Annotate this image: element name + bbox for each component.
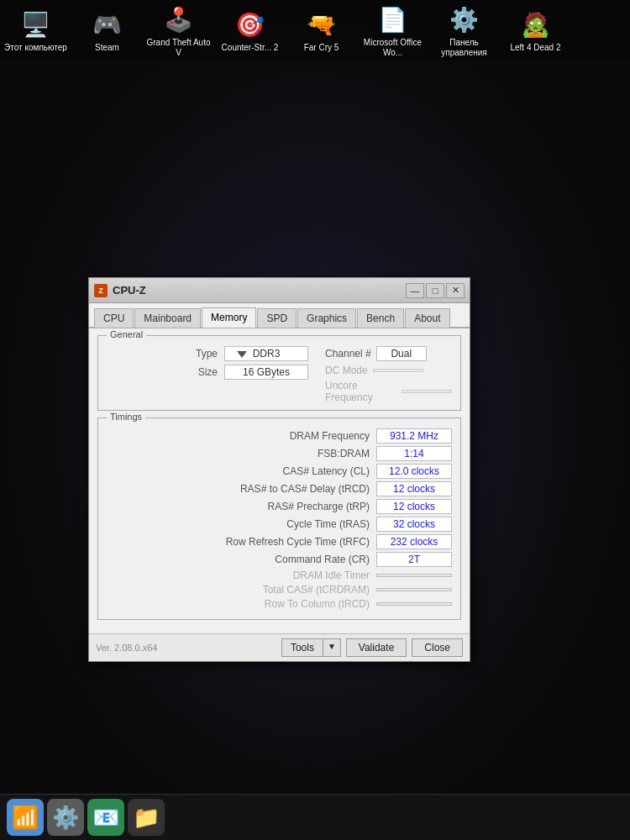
icon-this-computer[interactable]: 🖥️ Этот компьютер	[0, 4, 71, 56]
fsb-dram-value: 1:14	[376, 446, 452, 461]
icon-label-gta5: Grand Theft Auto V	[144, 38, 213, 58]
close-button[interactable]: ✕	[446, 283, 465, 298]
trp-value: 12 clocks	[376, 499, 452, 514]
trcd2-row: Row To Column (tRCD)	[107, 598, 452, 610]
desktop: 🖥️ Этот компьютер 🎮 Steam 🕹️ Grand Theft…	[0, 0, 630, 840]
window-bottom: Ver. 2.08.0.x64 Tools ▼ Validate Close	[89, 633, 470, 661]
computer-icon: 🖥️	[19, 8, 53, 41]
uncore-value	[402, 390, 452, 393]
icon-label-control-panel: Панель управления	[430, 38, 498, 58]
timings-label: Timings	[107, 412, 145, 422]
tab-cpu[interactable]: CPU	[94, 308, 134, 328]
bottom-icon-folder[interactable]: 📁	[128, 799, 165, 836]
window-content: General Type DDR3 Size 16 GBytes	[89, 328, 470, 633]
tab-graphics[interactable]: Graphics	[297, 308, 356, 328]
bottom-icon-mail[interactable]: 📧	[87, 799, 124, 836]
l4d2-icon: 🧟	[519, 8, 553, 41]
icon-farcry5[interactable]: 🔫 Far Cry 5	[286, 4, 357, 56]
icon-label-office: Microsoft Office Wo...	[359, 38, 427, 58]
fsb-dram-label: FSB:DRAM	[107, 448, 376, 459]
icon-steam[interactable]: 🎮 Steam	[71, 4, 143, 56]
general-label: General	[107, 329, 146, 339]
tab-mainboard[interactable]: Mainboard	[134, 308, 201, 328]
cas-row: CAS# Latency (CL) 12.0 clocks	[107, 464, 452, 479]
channel-label: Channel #	[325, 348, 371, 360]
office-icon: 📄	[376, 3, 410, 36]
dc-mode-label: DC Mode	[325, 365, 368, 376]
bottom-icon-wifi[interactable]: 📶	[7, 799, 44, 836]
channel-value: Dual	[376, 346, 427, 361]
cr-row: Command Rate (CR) 2T	[107, 552, 452, 567]
version-text: Ver. 2.08.0.x64	[96, 643, 276, 653]
dram-idle-row: DRAM Idle Timer	[107, 570, 452, 581]
tools-arrow-button[interactable]: ▼	[323, 638, 341, 657]
window-titlebar[interactable]: Z CPU-Z — □ ✕	[89, 278, 470, 303]
trcd2-value	[376, 602, 452, 606]
trcd2-label: Row To Column (tRCD)	[107, 598, 376, 610]
tools-button[interactable]: Tools	[281, 638, 323, 657]
icon-label-cs2: Counter-Str... 2	[222, 43, 279, 53]
bottom-icon-settings[interactable]: ⚙️	[47, 799, 84, 836]
tras-value: 32 clocks	[376, 517, 452, 532]
icon-label-computer: Этот компьютер	[4, 43, 67, 53]
cas-label: CAS# Latency (CL)	[107, 465, 376, 477]
trfc-label: Row Refresh Cycle Time (tRFC)	[107, 536, 376, 548]
steam-icon: 🎮	[91, 8, 124, 41]
tab-memory[interactable]: Memory	[202, 307, 256, 328]
trcd-label: RAS# to CAS# Delay (tRCD)	[107, 483, 376, 495]
trfc-row: Row Refresh Cycle Time (tRFC) 232 clocks	[107, 534, 452, 549]
icon-gta5[interactable]: 🕹️ Grand Theft Auto V	[143, 0, 214, 61]
tabs-bar: CPU Mainboard Memory SPD Graphics Bench …	[89, 303, 470, 328]
size-row: Size 16 GBytes	[107, 365, 308, 380]
cas-value: 12.0 clocks	[376, 464, 452, 479]
tcrdram-value	[376, 588, 452, 591]
type-label: Type	[107, 348, 224, 360]
icon-office[interactable]: 📄 Microsoft Office Wo...	[357, 0, 428, 61]
tab-bench[interactable]: Bench	[357, 308, 404, 328]
dram-freq-label: DRAM Frequency	[107, 430, 376, 442]
trcd-value: 12 clocks	[376, 481, 452, 496]
trp-row: RAS# Precharge (tRP) 12 clocks	[107, 499, 452, 514]
taskbar-bottom: 📶 ⚙️ 📧 📁	[0, 794, 630, 840]
tools-group: Tools ▼	[281, 638, 341, 657]
dram-freq-value: 931.2 MHz	[376, 428, 452, 444]
general-group: General Type DDR3 Size 16 GBytes	[97, 335, 461, 411]
trfc-value: 232 clocks	[376, 534, 452, 549]
tcrdram-label: Total CAS# (tCRDRAM)	[107, 584, 376, 596]
tras-label: Cycle Time (tRAS)	[107, 518, 376, 530]
icon-label-l4d2: Left 4 Dead 2	[510, 43, 560, 53]
icon-l4d2[interactable]: 🧟 Left 4 Dead 2	[500, 4, 571, 56]
maximize-button[interactable]: □	[426, 283, 444, 298]
taskbar-top: 🖥️ Этот компьютер 🎮 Steam 🕹️ Grand Theft…	[0, 0, 630, 60]
timings-group: Timings DRAM Frequency 931.2 MHz FSB:DRA…	[97, 417, 461, 620]
validate-button[interactable]: Validate	[346, 638, 407, 657]
tab-about[interactable]: About	[405, 308, 449, 328]
dc-mode-value	[373, 369, 423, 372]
icon-cs2[interactable]: 🎯 Counter-Str... 2	[214, 4, 286, 56]
cpuz-window: Z CPU-Z — □ ✕ CPU Mainboard Memory SPD G…	[88, 277, 470, 662]
minimize-button[interactable]: —	[406, 283, 424, 298]
cr-label: Command Rate (CR)	[107, 554, 376, 565]
uncore-label: Uncore Frequency	[325, 380, 396, 403]
gta5-icon: 🕹️	[162, 3, 196, 36]
size-label: Size	[107, 366, 224, 378]
fsb-dram-row: FSB:DRAM 1:14	[107, 446, 452, 461]
window-controls: — □ ✕	[406, 283, 465, 298]
icon-control-panel[interactable]: ⚙️ Панель управления	[428, 0, 500, 61]
icon-label-steam: Steam	[95, 43, 119, 53]
size-value: 16 GBytes	[224, 365, 308, 380]
trcd-row: RAS# to CAS# Delay (tRCD) 12 clocks	[107, 481, 452, 496]
trp-label: RAS# Precharge (tRP)	[107, 501, 376, 512]
dram-idle-value	[376, 574, 452, 577]
cr-value: 2T	[376, 552, 452, 567]
farcry5-icon: 🔫	[305, 8, 339, 41]
control-panel-icon: ⚙️	[448, 3, 481, 36]
tab-spd[interactable]: SPD	[257, 308, 297, 328]
cpuz-title-icon: Z	[94, 284, 108, 297]
window-title: CPU-Z	[113, 284, 406, 297]
tras-row: Cycle Time (tRAS) 32 clocks	[107, 517, 452, 532]
dram-freq-row: DRAM Frequency 931.2 MHz	[107, 428, 452, 444]
tcrdram-row: Total CAS# (tCRDRAM)	[107, 584, 452, 596]
close-window-button[interactable]: Close	[412, 638, 463, 657]
cursor-arrow	[237, 351, 247, 358]
